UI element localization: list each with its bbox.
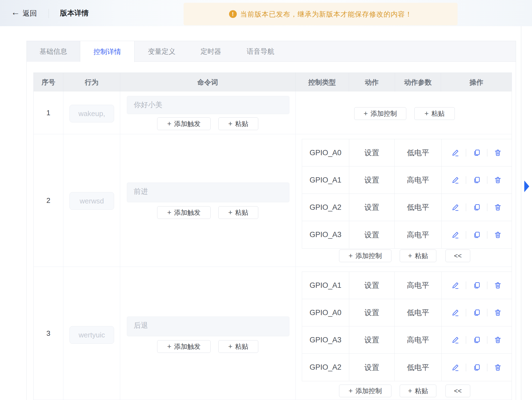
edit-icon[interactable]	[451, 335, 460, 344]
tab-variable-definition[interactable]: 变量定义	[135, 41, 189, 62]
warning-icon: !	[229, 10, 237, 18]
table-row: 2 + 添加触发 + 粘贴	[34, 134, 512, 267]
tab-timer[interactable]: 定时器	[189, 41, 233, 62]
command-cell: + 添加触发 + 粘贴	[120, 134, 296, 267]
control-param: 高电平	[395, 221, 442, 248]
top-bar: ← 返回 版本详情 ! 当前版本已发布，继承为新版本才能保存修改的内容！	[0, 0, 532, 26]
plus-icon: +	[167, 342, 171, 351]
command-input[interactable]	[127, 96, 289, 114]
command-input[interactable]	[127, 316, 289, 336]
paste-trigger-button[interactable]: + 粘贴	[218, 117, 258, 130]
paste-trigger-button[interactable]: + 粘贴	[218, 340, 258, 353]
add-trigger-label: 添加触发	[174, 208, 201, 217]
collapse-label: <<	[454, 387, 462, 395]
tab-voice-navigation[interactable]: 语音导航	[233, 41, 288, 62]
expand-panel-handle[interactable]	[524, 181, 529, 192]
add-control-button[interactable]: + 添加控制	[339, 385, 391, 397]
paste-label: 粘贴	[235, 208, 248, 217]
control-row: GPIO_A3 设置 高电平	[302, 326, 512, 354]
control-action: 设置	[349, 354, 395, 381]
control-action: 设置	[349, 194, 395, 221]
tab-control-detail[interactable]: 控制详情	[80, 41, 135, 62]
copy-icon[interactable]	[472, 335, 481, 344]
control-type: GPIO_A0	[302, 139, 349, 166]
plus-icon: +	[364, 109, 368, 118]
add-trigger-button[interactable]: + 添加触发	[157, 340, 211, 353]
add-control-label: 添加控制	[356, 386, 382, 395]
paste-control-button[interactable]: + 粘贴	[400, 385, 436, 397]
copy-icon[interactable]	[472, 308, 481, 317]
edit-icon[interactable]	[451, 308, 460, 317]
copy-icon[interactable]	[472, 148, 481, 157]
delete-icon[interactable]	[493, 281, 502, 290]
paste-label: 粘贴	[415, 386, 428, 395]
icon-divider	[487, 149, 487, 157]
add-control-button[interactable]: + 添加控制	[354, 107, 406, 120]
control-param: 高电平	[395, 167, 442, 194]
delete-icon[interactable]	[493, 203, 502, 212]
behavior-input[interactable]	[69, 326, 114, 344]
delete-icon[interactable]	[493, 230, 502, 239]
behavior-input[interactable]	[69, 105, 114, 122]
icon-divider	[466, 281, 466, 289]
add-trigger-button[interactable]: + 添加触发	[157, 117, 211, 130]
plus-icon: +	[408, 251, 412, 260]
icon-divider	[487, 176, 487, 184]
published-warning-banner: ! 当前版本已发布，继承为新版本才能保存修改的内容！	[184, 3, 458, 25]
command-cell: + 添加触发 + 粘贴	[120, 267, 296, 400]
delete-icon[interactable]	[493, 335, 502, 344]
plus-icon: +	[408, 386, 412, 395]
delete-icon[interactable]	[493, 308, 502, 317]
collapse-button[interactable]: <<	[445, 385, 470, 397]
edit-icon[interactable]	[451, 176, 460, 184]
command-input[interactable]	[127, 182, 289, 202]
copy-icon[interactable]	[472, 230, 481, 239]
copy-icon[interactable]	[472, 363, 481, 372]
edit-icon[interactable]	[451, 203, 460, 212]
paste-control-button[interactable]: + 粘贴	[414, 107, 455, 120]
add-control-button[interactable]: + 添加控制	[339, 249, 391, 262]
add-control-label: 添加控制	[356, 251, 382, 260]
back-button[interactable]: 返回	[23, 9, 37, 18]
paste-label: 粘贴	[431, 109, 445, 118]
warning-text: 当前版本已发布，继承为新版本才能保存修改的内容！	[240, 10, 412, 19]
control-param: 低电平	[395, 299, 442, 326]
delete-icon[interactable]	[493, 176, 502, 184]
copy-icon[interactable]	[472, 176, 481, 184]
icon-divider	[466, 203, 466, 211]
control-action: 设置	[349, 272, 395, 299]
plus-icon: +	[348, 251, 353, 260]
version-detail-page: ← 返回 版本详情 ! 当前版本已发布，继承为新版本才能保存修改的内容！ 基础信…	[0, 0, 532, 400]
control-row: GPIO_A0 设置 低电平	[302, 299, 512, 326]
paste-trigger-button[interactable]: + 粘贴	[218, 206, 258, 219]
control-param: 高电平	[395, 272, 442, 299]
col-header-operation: 操作	[441, 73, 512, 92]
back-arrow-icon[interactable]: ←	[11, 7, 20, 17]
paste-control-button[interactable]: + 粘贴	[400, 249, 436, 262]
behavior-cell	[63, 92, 120, 134]
col-header-action: 动作	[349, 73, 395, 92]
behavior-cell	[63, 267, 120, 400]
control-action: 设置	[349, 139, 395, 166]
control-operations	[442, 167, 512, 194]
col-header-command: 命令词	[120, 73, 295, 92]
copy-icon[interactable]	[472, 281, 481, 290]
tab-bar: 基础信息 控制详情 变量定义 定时器 语音导航	[27, 41, 516, 62]
tab-basic-info[interactable]: 基础信息	[27, 41, 80, 62]
control-action: 设置	[349, 167, 395, 194]
icon-divider	[466, 149, 466, 157]
title-divider	[49, 9, 49, 18]
edit-icon[interactable]	[451, 281, 460, 290]
col-header-no: 序号	[34, 73, 63, 92]
delete-icon[interactable]	[493, 363, 502, 372]
delete-icon[interactable]	[493, 148, 502, 157]
add-trigger-button[interactable]: + 添加触发	[157, 206, 211, 219]
icon-divider	[466, 176, 466, 184]
edit-icon[interactable]	[451, 148, 460, 157]
icon-divider	[466, 309, 466, 316]
copy-icon[interactable]	[472, 203, 481, 212]
behavior-input[interactable]	[69, 192, 114, 210]
collapse-button[interactable]: <<	[445, 249, 470, 262]
edit-icon[interactable]	[451, 363, 460, 372]
edit-icon[interactable]	[451, 230, 460, 239]
